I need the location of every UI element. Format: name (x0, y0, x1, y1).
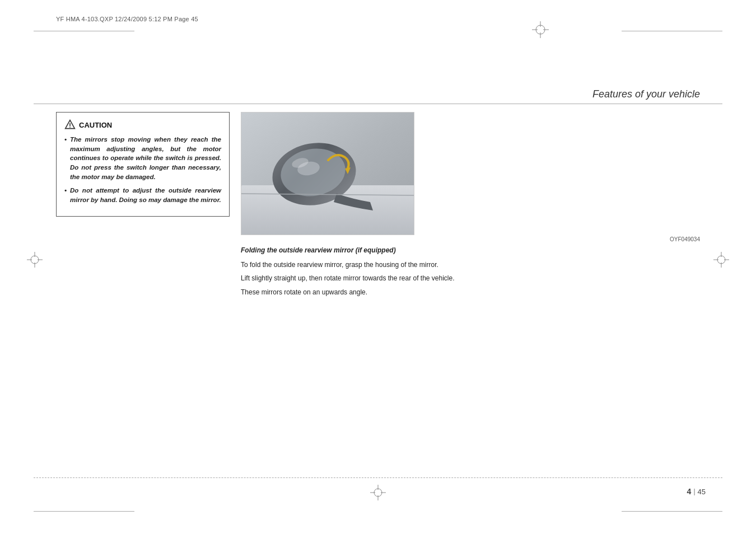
header-file-info: YF HMA 4-103.QXP 12/24/2009 5:12 PM Page… (56, 16, 198, 22)
svg-point-7 (69, 127, 71, 128)
body-paragraph-3: These mirrors rotate on an upwards angle… (241, 287, 700, 298)
caution-item-2: Do not attempt to adjust the outside rea… (64, 186, 221, 204)
caution-item-1: The mirrors stop moving when they reach … (64, 135, 221, 181)
content-area: CAUTION The mirrors stop moving when the… (56, 112, 700, 301)
crosshair-right-icon (713, 252, 729, 268)
border-top-left (34, 31, 134, 31)
caution-header: CAUTION (64, 119, 221, 130)
caution-box: CAUTION The mirrors stop moving when the… (56, 112, 230, 217)
mirror-image-svg (241, 113, 414, 235)
svg-point-21 (717, 256, 725, 264)
left-column: CAUTION The mirrors stop moving when the… (56, 112, 230, 301)
mirror-image (241, 112, 414, 235)
caution-list: The mirrors stop moving when they reach … (64, 135, 221, 205)
body-paragraph-1: To fold the outside rearview mirror, gra… (241, 260, 700, 270)
page-separator: | (693, 488, 695, 495)
page-number: 4 | 45 (687, 487, 706, 496)
title-underline (34, 104, 722, 104)
page-title: Features of your vehicle (592, 88, 700, 100)
page: YF HMA 4-103.QXP 12/24/2009 5:12 PM Page… (0, 0, 756, 534)
body-paragraph-2: Lift slightly straight up, then rotate m… (241, 273, 700, 284)
caution-title: CAUTION (79, 121, 112, 129)
svg-point-16 (31, 256, 39, 264)
border-bottom-right (622, 511, 722, 512)
folding-mirror-caption: Folding the outside rearview mirror (if … (241, 246, 700, 255)
crosshair-left-icon (27, 252, 43, 268)
chapter-number: 4 (687, 487, 692, 496)
caution-icon (64, 119, 76, 130)
page-num: 45 (698, 488, 706, 496)
crosshair-bottom-center-icon (370, 485, 386, 500)
border-bottom-left (34, 511, 134, 512)
border-bottom (34, 477, 722, 478)
right-column: OYF049034 Folding the outside rearview m… (241, 112, 700, 301)
svg-point-26 (374, 489, 382, 496)
border-top-right (622, 31, 722, 31)
image-caption-code: OYF049034 (241, 236, 700, 242)
crosshair-top-right-icon (532, 21, 549, 38)
